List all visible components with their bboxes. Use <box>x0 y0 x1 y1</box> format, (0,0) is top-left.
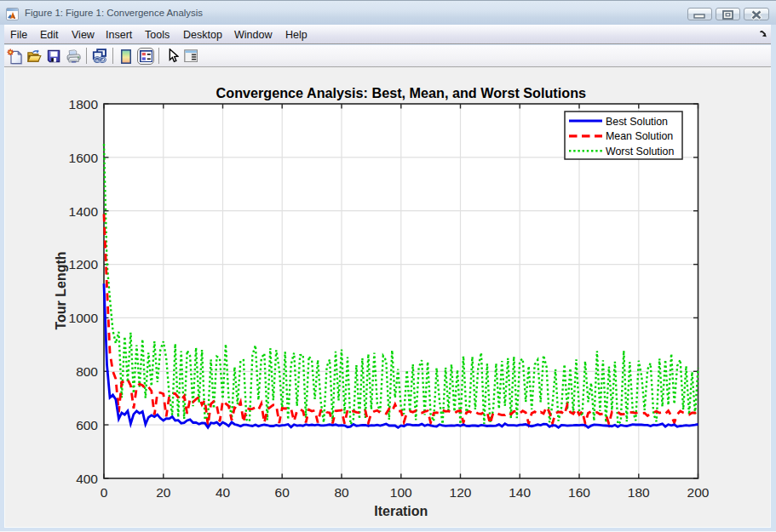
svg-text:1800: 1800 <box>69 97 99 112</box>
svg-text:800: 800 <box>76 364 98 379</box>
svg-text:400: 400 <box>76 472 98 486</box>
svg-text:1200: 1200 <box>69 257 99 272</box>
svg-text:40: 40 <box>216 485 231 500</box>
svg-text:Worst Solution: Worst Solution <box>606 146 674 157</box>
svg-text:160: 160 <box>568 485 590 500</box>
svg-text:100: 100 <box>390 485 412 500</box>
svg-text:Best Solution: Best Solution <box>606 116 668 128</box>
svg-text:140: 140 <box>509 485 531 500</box>
svg-text:180: 180 <box>628 485 650 500</box>
svg-text:1600: 1600 <box>69 151 99 165</box>
svg-text:20: 20 <box>156 485 171 500</box>
svg-text:1000: 1000 <box>69 311 99 325</box>
svg-text:1400: 1400 <box>69 204 99 219</box>
svg-text:120: 120 <box>450 485 472 500</box>
svg-text:Mean Solution: Mean Solution <box>606 130 673 142</box>
svg-text:80: 80 <box>334 485 349 500</box>
svg-text:Tour Length: Tour Length <box>54 251 68 329</box>
svg-text:600: 600 <box>76 418 98 432</box>
svg-text:Convergence Analysis: Best, Me: Convergence Analysis: Best, Mean, and Wo… <box>216 85 586 100</box>
svg-text:Iteration: Iteration <box>374 504 428 518</box>
svg-text:0: 0 <box>101 485 108 500</box>
svg-text:200: 200 <box>687 485 710 500</box>
svg-text:60: 60 <box>275 485 290 500</box>
